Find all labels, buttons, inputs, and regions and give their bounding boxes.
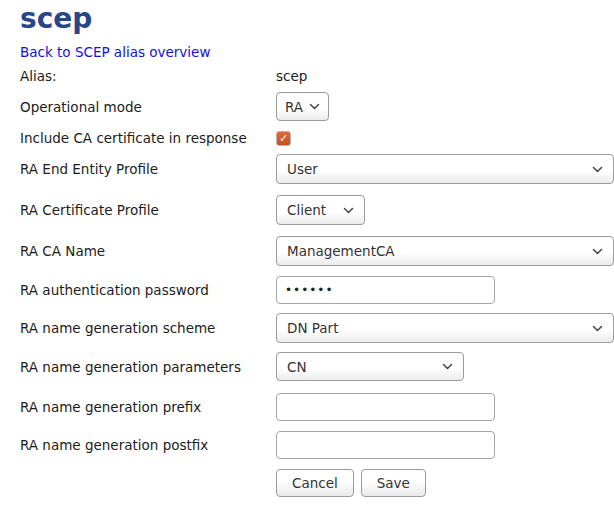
ra-name-gen-postfix-label: RA name generation postfix (20, 437, 276, 453)
include-ca-cert-row: Include CA certificate in response ✓ (20, 130, 614, 146)
ra-certificate-profile-row: RA Certificate Profile Client (20, 195, 614, 225)
chevron-down-icon (343, 207, 354, 214)
ra-name-gen-scheme-value: DN Part (287, 320, 338, 336)
ra-ca-name-label: RA CA Name (20, 243, 276, 259)
include-ca-cert-checkbox[interactable]: ✓ (276, 131, 291, 146)
alias-value: scep (276, 68, 307, 84)
ra-certificate-profile-select[interactable]: Client (276, 195, 365, 225)
ra-end-entity-profile-select[interactable]: User (276, 154, 614, 184)
ra-auth-password-input[interactable] (276, 276, 495, 304)
back-to-scep-overview-link[interactable]: Back to SCEP alias overview (20, 44, 210, 60)
alias-row: Alias: scep (20, 66, 614, 86)
ra-certificate-profile-label: RA Certificate Profile (20, 202, 276, 218)
save-button[interactable]: Save (361, 469, 426, 497)
ra-ca-name-value: ManagementCA (287, 243, 395, 259)
ra-name-gen-prefix-row: RA name generation prefix (20, 393, 614, 421)
ra-end-entity-profile-value: User (287, 161, 318, 177)
page-title: scep (20, 4, 614, 34)
ra-name-gen-params-value: CN (287, 359, 307, 375)
ra-name-gen-scheme-row: RA name generation scheme DN Part (20, 313, 614, 343)
ra-certificate-profile-value: Client (287, 202, 326, 218)
ra-end-entity-profile-label: RA End Entity Profile (20, 161, 276, 177)
operational-mode-value: RA (285, 99, 303, 115)
include-ca-cert-label: Include CA certificate in response (20, 130, 276, 146)
chevron-down-icon (592, 166, 603, 173)
ra-name-gen-scheme-label: RA name generation scheme (20, 320, 276, 336)
chevron-down-icon (592, 248, 603, 255)
form-buttons-row: Cancel Save (276, 469, 614, 497)
ra-end-entity-profile-row: RA End Entity Profile User (20, 154, 614, 184)
check-icon: ✓ (279, 133, 288, 144)
chevron-down-icon (592, 325, 603, 332)
alias-label: Alias: (20, 68, 276, 84)
ra-name-gen-params-row: RA name generation parameters CN (20, 352, 614, 381)
scep-alias-form: Alias: scep Operational mode RA Include … (20, 66, 614, 497)
ra-auth-password-label: RA authentication password (20, 282, 276, 298)
ra-ca-name-select[interactable]: ManagementCA (276, 236, 614, 266)
ra-name-gen-scheme-select[interactable]: DN Part (276, 313, 614, 343)
ra-name-gen-params-label: RA name generation parameters (20, 359, 276, 375)
ra-ca-name-row: RA CA Name ManagementCA (20, 236, 614, 266)
chevron-down-icon (309, 103, 320, 110)
operational-mode-label: Operational mode (20, 99, 276, 115)
ra-name-gen-prefix-label: RA name generation prefix (20, 399, 276, 415)
operational-mode-select[interactable]: RA (276, 92, 329, 121)
ra-name-gen-prefix-input[interactable] (276, 393, 495, 421)
chevron-down-icon (442, 363, 453, 370)
ra-name-gen-postfix-row: RA name generation postfix (20, 431, 614, 459)
ra-name-gen-params-select[interactable]: CN (276, 352, 464, 381)
ra-name-gen-postfix-input[interactable] (276, 431, 495, 459)
operational-mode-row: Operational mode RA (20, 92, 614, 121)
ra-auth-password-row: RA authentication password (20, 276, 614, 304)
cancel-button[interactable]: Cancel (276, 469, 354, 497)
